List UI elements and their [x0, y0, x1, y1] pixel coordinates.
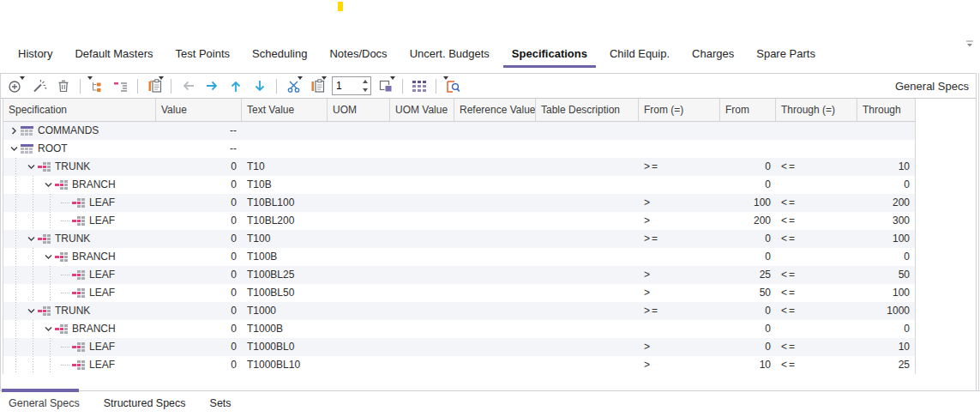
column-header-through[interactable]: Through (=)	[776, 99, 857, 121]
spinner-buttons[interactable]	[360, 77, 370, 94]
cut-button[interactable]	[284, 76, 303, 96]
chevron-down-icon[interactable]	[24, 158, 38, 176]
column-header-uom-value[interactable]: UOM Value	[390, 99, 454, 121]
column-header-text-value[interactable]: Text Value	[242, 99, 328, 121]
table-row-leaf-t10bl200[interactable]: LEAF0T10BL200>200<=300	[3, 212, 915, 230]
table-row-trunk-t1000[interactable]: TRUNK0T1000>=0<=1000	[3, 302, 915, 320]
cell-table-description	[536, 122, 639, 140]
column-header-uom[interactable]: UOM	[328, 99, 390, 121]
tree-guide	[41, 356, 58, 374]
add-child-button[interactable]	[87, 76, 106, 96]
chevron-right-icon[interactable]	[7, 122, 21, 140]
tab-test-points[interactable]: Test Points	[165, 39, 242, 69]
cell-reference-value	[454, 140, 536, 158]
cell-value: 0	[156, 194, 242, 212]
tree-guide	[41, 266, 58, 284]
find-button[interactable]	[443, 76, 462, 96]
tab-uncert-budgets[interactable]: Uncert. Budgets	[399, 39, 501, 69]
column-header-from[interactable]: From	[720, 99, 776, 121]
tree-guide	[7, 302, 24, 320]
tab-specifications[interactable]: Specifications	[501, 39, 598, 69]
move-left-button[interactable]	[178, 76, 197, 96]
chevron-down-icon[interactable]	[24, 230, 38, 248]
modify-button[interactable]	[30, 76, 49, 96]
cell-table-description	[536, 266, 639, 284]
table-row-commands-0[interactable]: COMMANDS--	[3, 122, 915, 140]
node-label: LEAF	[89, 194, 115, 212]
grid-view-button[interactable]	[410, 76, 429, 96]
table-row-leaf-t10bl100[interactable]: LEAF0T10BL100>100<=200	[3, 194, 915, 212]
bottom-tab-structured-specs[interactable]: Structured Specs	[104, 397, 186, 409]
cell-text-value: T10	[242, 158, 328, 176]
cell-from: 10	[720, 356, 776, 374]
column-header-reference-value[interactable]: Reference Value	[454, 99, 536, 121]
node-label: LEAF	[89, 212, 115, 230]
cell-from-op	[639, 248, 720, 266]
paste-tree-button[interactable]	[145, 76, 164, 96]
table-row-trunk-t10[interactable]: TRUNK0T10>=0<=10	[3, 158, 915, 176]
tab-charges[interactable]: Charges	[681, 39, 745, 69]
spec-node-icon	[55, 180, 69, 190]
chevron-down-icon[interactable]	[41, 176, 55, 194]
chevron-down-icon[interactable]	[7, 140, 21, 158]
spec-node-icon	[38, 306, 52, 316]
table-row-trunk-t100[interactable]: TRUNK0T100>=0<=100	[3, 230, 915, 248]
tab-scheduling[interactable]: Scheduling	[241, 39, 318, 69]
scissors-icon	[286, 79, 301, 94]
cell-uom	[328, 194, 390, 212]
tab-child-equip[interactable]: Child Equip.	[598, 39, 681, 69]
tree-guide	[7, 158, 24, 176]
cell-reference-value	[454, 230, 536, 248]
cell-reference-value	[454, 158, 536, 176]
cell-uom-value	[390, 230, 454, 248]
table-row-branch-t100b[interactable]: BRANCH0T100B00	[3, 248, 915, 266]
table-row-leaf-t100bl50[interactable]: LEAF0T100BL50>50<=100	[3, 284, 915, 302]
delete-button[interactable]	[54, 76, 73, 96]
leaf-connector	[58, 338, 72, 356]
dropdown-caret-icon	[298, 76, 303, 80]
cell-from-op: >=	[639, 230, 720, 248]
table-row-leaf-t1000bl10[interactable]: LEAF0T1000BL10>10<=25	[3, 356, 915, 374]
cell-through: 0	[857, 248, 915, 266]
demote-button[interactable]	[111, 76, 130, 96]
table-row-branch-t1000b[interactable]: BRANCH0T1000B00	[3, 320, 915, 338]
table-row-branch-t10b[interactable]: BRANCH0T10B00	[3, 176, 915, 194]
column-header-through[interactable]: Through	[857, 99, 915, 121]
cell-table-description	[536, 176, 639, 194]
panel-right-edge[interactable]	[978, 73, 979, 417]
column-header-value[interactable]: Value	[156, 99, 242, 121]
tree-guide	[7, 356, 24, 374]
table-node-icon	[21, 126, 35, 136]
column-header-from[interactable]: From (=)	[639, 99, 720, 121]
bottom-active-tab-indicator	[2, 389, 79, 392]
tab-history[interactable]: History	[7, 39, 63, 69]
column-header-specification[interactable]: Specification	[3, 99, 156, 121]
tab-notes-docs[interactable]: Notes/Docs	[318, 39, 398, 69]
tab-spare-parts[interactable]: Spare Parts	[745, 39, 827, 69]
chevron-down-icon[interactable]	[24, 302, 38, 320]
chevron-down-icon[interactable]	[41, 248, 55, 266]
toolbar-separator	[137, 79, 138, 94]
cell-from: 25	[720, 266, 776, 284]
cell-value: 0	[156, 230, 242, 248]
column-header-table-description[interactable]: Table Description	[536, 99, 639, 121]
level-input[interactable]	[333, 77, 360, 94]
cell-from-op	[639, 176, 720, 194]
move-up-button[interactable]	[226, 76, 245, 96]
chevron-down-icon[interactable]	[41, 320, 55, 338]
add-button[interactable]	[6, 76, 25, 96]
move-right-button[interactable]	[202, 76, 221, 96]
table-row-leaf-t100bl25[interactable]: LEAF0T100BL25>25<=50	[3, 266, 915, 284]
bottom-tab-general-specs[interactable]: General Specs	[9, 397, 80, 409]
form-view-button[interactable]	[376, 76, 395, 96]
grid-header-row: SpecificationValueText ValueUOMUOM Value…	[3, 99, 915, 122]
paste-button[interactable]	[308, 76, 327, 96]
table-row-root-1[interactable]: ROOT--	[3, 140, 915, 158]
spec-node-icon	[38, 162, 52, 172]
move-down-button[interactable]	[250, 76, 269, 96]
bottom-tab-sets[interactable]: Sets	[210, 397, 231, 409]
cell-table-description	[536, 230, 639, 248]
tab-strip: HistoryDefault MastersTest PointsSchedul…	[0, 39, 980, 69]
tab-default-masters[interactable]: Default Masters	[63, 39, 164, 69]
table-row-leaf-t1000bl0[interactable]: LEAF0T1000BL0>0<=10	[3, 338, 915, 356]
